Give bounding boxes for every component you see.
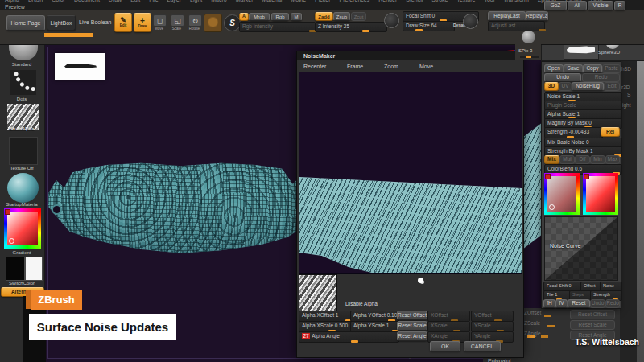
dialog-menu-recenter[interactable]: Recenter	[303, 64, 326, 69]
flip-v-button[interactable]: fV	[555, 299, 568, 308]
reset-scale-bg-button[interactable]: Reset Scale	[570, 320, 615, 330]
menubar-item[interactable]: Stroke	[431, 0, 448, 2]
mrgb-button[interactable]: Mrgb	[249, 13, 270, 21]
open-button[interactable]: Open	[544, 64, 564, 73]
draw-size-icon[interactable]	[463, 14, 478, 29]
dots-stroke-icon[interactable]	[10, 70, 36, 95]
scrollbar[interactable]	[637, 44, 644, 362]
dialog-menu-zoom[interactable]: Zoom	[384, 64, 398, 69]
menubar-item[interactable]: Color	[52, 0, 65, 2]
curve-undo-button[interactable]: Undo	[590, 299, 605, 308]
blend-mode-mul[interactable]: Mul	[559, 155, 575, 164]
reset-scale-button[interactable]: Reset Scale	[397, 321, 427, 331]
menubar-item[interactable]: Alpha	[5, 0, 19, 2]
menubar-item[interactable]: Macro	[211, 0, 226, 2]
menubar-item[interactable]: Stencil	[406, 0, 423, 2]
spix-track[interactable]	[520, 56, 539, 58]
save-button[interactable]: Save	[564, 64, 583, 73]
noise-color-picker-a[interactable]	[544, 173, 580, 215]
menubar-item[interactable]: Picker	[315, 0, 330, 2]
menubar-item[interactable]: File	[149, 0, 158, 2]
menubar-item[interactable]: Layer	[167, 0, 182, 2]
copy-button[interactable]: Copy	[583, 64, 602, 73]
goz-visible-button[interactable]: Visible	[588, 1, 613, 10]
alpha-angle-slider[interactable]: 27Alpha Angle	[299, 331, 399, 343]
zsub-button[interactable]: Zsub	[333, 12, 350, 21]
menubar-item[interactable]: Tool	[484, 0, 494, 2]
stroke-type-icon[interactable]: S	[224, 14, 241, 31]
rel-button[interactable]: Rel	[601, 127, 620, 137]
focal-shift-icon[interactable]	[384, 13, 399, 28]
texture-slot[interactable]	[9, 137, 38, 165]
mode-uv-button[interactable]: UV	[559, 82, 572, 91]
zadd-button[interactable]: Zadd	[315, 12, 333, 21]
yscale-slider[interactable]: YScale	[471, 321, 514, 332]
menubar-item[interactable]: Transform	[503, 0, 529, 2]
curve-reset-button[interactable]: Reset	[568, 299, 590, 308]
scale-icon[interactable]: ◱	[171, 14, 184, 27]
mode-3d-button[interactable]: 3D	[544, 82, 559, 91]
goz-button[interactable]: GoZ	[544, 1, 567, 10]
blend-mode-min[interactable]: Min	[590, 155, 605, 164]
dialog-menu-move[interactable]: Move	[419, 64, 433, 69]
lightbox-divider-bar[interactable]	[44, 33, 93, 37]
replay-last-button[interactable]: ReplayLast	[488, 11, 526, 21]
bg-slider-handle[interactable]	[527, 335, 535, 338]
zangle-handle[interactable]	[541, 335, 548, 338]
live-boolean-label[interactable]: Live Boolean	[79, 19, 111, 25]
zscale-handle[interactable]	[547, 325, 555, 327]
menubar-item[interactable]: Material	[262, 0, 282, 2]
noise-preview-viewport[interactable]	[299, 72, 522, 274]
adjust-last-slider[interactable]: AdjustLast	[488, 21, 545, 31]
paste-button[interactable]: Paste	[602, 64, 621, 73]
ok-button[interactable]: OK	[430, 341, 460, 352]
move-icon[interactable]: ◻	[153, 14, 167, 27]
spix-label[interactable]: SPix 3	[518, 48, 532, 53]
edit-button[interactable]: Edit	[604, 82, 620, 91]
main-color-swatch[interactable]	[6, 257, 25, 281]
alpha-channel-button[interactable]: A	[239, 13, 249, 21]
noise-color-picker-b[interactable]	[583, 173, 618, 215]
menubar-item[interactable]: Light	[190, 0, 202, 2]
reset-offset-bg-button[interactable]: Reset Offset	[570, 310, 615, 319]
z-intensity-slider[interactable]: Z Intensity 25	[315, 22, 387, 32]
menubar-item[interactable]: Brush	[28, 0, 43, 2]
noise-curve-editor[interactable]: Noise Curve	[544, 216, 618, 281]
menubar-item[interactable]: Texture	[456, 0, 475, 2]
xscale-slider[interactable]: XScale	[427, 321, 470, 332]
blend-mode-dif[interactable]: Dif	[575, 155, 590, 164]
reset-angle-button[interactable]: Reset Angle	[397, 331, 427, 341]
menubar-item[interactable]: Marker	[236, 0, 254, 2]
menubar-item[interactable]: Movie	[291, 0, 306, 2]
menubar-item[interactable]: Draw	[109, 0, 122, 2]
draw-size-slider[interactable]: Draw Size 64	[402, 21, 455, 31]
strength-slider[interactable]: Strength -0.00433	[544, 127, 603, 138]
flip-h-button[interactable]: fH	[543, 299, 555, 308]
curve-redo-button[interactable]: Redo	[605, 299, 620, 308]
draw-button-shelf[interactable]: +Draw	[134, 13, 151, 32]
goz-r-button[interactable]: R	[614, 1, 625, 10]
alpha-yscale-slider[interactable]: Alpha YScale 1	[350, 321, 399, 332]
material-mini-sphere-icon[interactable]	[522, 31, 535, 43]
color-picker[interactable]	[4, 208, 41, 249]
blend-mode-mix[interactable]: Mix	[544, 155, 559, 164]
blend-mode-max[interactable]: Max	[605, 155, 620, 164]
alpha-yoffset-slider[interactable]: Alpha YOffset 0.102	[350, 311, 399, 322]
zoffset-handle[interactable]	[544, 315, 551, 317]
undo-button[interactable]: Undo	[544, 73, 581, 82]
menubar-item[interactable]: Preferences	[340, 0, 370, 2]
lightbox-button[interactable]: LightBox	[47, 15, 76, 31]
cancel-button[interactable]: CANCEL	[464, 341, 501, 352]
dialog-alpha-thumbnail[interactable]	[299, 274, 337, 311]
zcut-button[interactable]: Zcut	[351, 12, 366, 21]
brush-swatch-icon[interactable]	[204, 14, 222, 32]
replay-last-2-button[interactable]: ReplayLa	[526, 11, 548, 21]
startup-material-icon[interactable]	[7, 173, 39, 203]
secondary-color-swatch[interactable]	[25, 257, 43, 281]
redo-button[interactable]: Redo	[582, 73, 620, 82]
menubar-item[interactable]: Document	[74, 0, 100, 2]
rotate-icon[interactable]: ↻	[188, 14, 202, 27]
menubar-item[interactable]: Render	[378, 0, 397, 2]
m-button[interactable]: M	[291, 13, 302, 21]
edit-button-shelf[interactable]: ✎Edit	[114, 13, 132, 32]
